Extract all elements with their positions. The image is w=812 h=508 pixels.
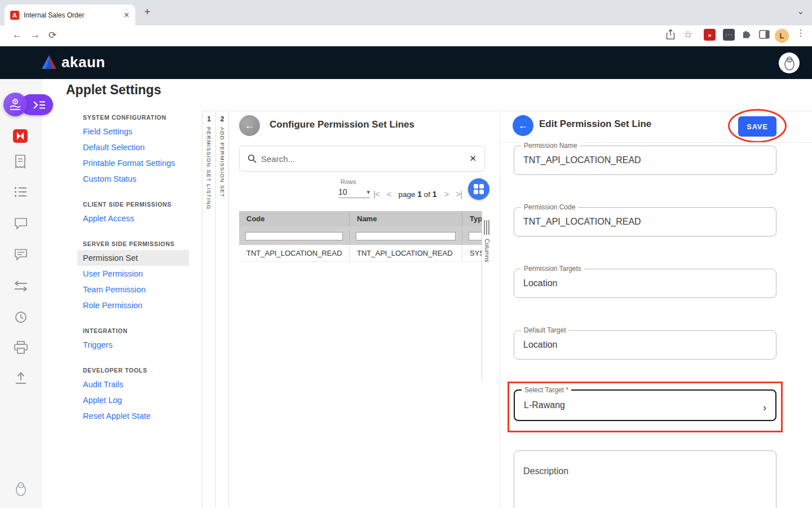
nav-item-applet-log[interactable]: Applet Log <box>77 392 189 408</box>
vertical-step-tabs: 1 PERMISSION SET LISTING 2 ADD PERMISSIO… <box>202 111 229 508</box>
cell-code: TNT_API_LOCATION_READ <box>239 245 350 261</box>
step-number: 2 <box>220 115 224 123</box>
profile-avatar[interactable]: L <box>775 29 789 43</box>
nav-item-triggers[interactable]: Triggers <box>77 337 189 353</box>
pdf-icon[interactable] <box>12 129 28 143</box>
listing-back-button[interactable]: ← <box>239 115 260 136</box>
page-title: Applet Settings <box>66 82 161 98</box>
search-input[interactable] <box>261 154 465 164</box>
tab-title: Internal Sales Order <box>24 11 119 19</box>
columns-drag-handle[interactable] <box>484 220 491 235</box>
step-tab-permission-set-listing[interactable]: 1 PERMISSION SET LISTING <box>202 111 215 508</box>
penguin-rail-icon[interactable] <box>15 481 27 496</box>
search-icon <box>248 154 257 163</box>
left-icon-rail <box>0 79 42 508</box>
extension-red-icon[interactable]: » <box>704 29 716 41</box>
permission-code-field[interactable]: Permission Code TNT_API_LOCATION_READ <box>514 207 776 237</box>
screen: A Internal Sales Order ✕ + ⌄ ← → ⟳ akaun… <box>0 0 812 508</box>
nav-item-printable-format-settings[interactable]: Printable Format Settings <box>77 155 189 171</box>
new-tab-button[interactable]: + <box>144 6 151 18</box>
nav-item-role-permission[interactable]: Role Permission <box>77 297 189 313</box>
extension-dark-icon[interactable]: ··· <box>723 29 735 41</box>
side-panel-icon[interactable] <box>759 30 770 39</box>
tab-search-chevron-icon[interactable]: ⌄ <box>797 6 804 16</box>
history-clock-icon[interactable] <box>14 310 28 324</box>
field-value: L-Rawang <box>515 391 775 420</box>
reload-button[interactable]: ⟳ <box>48 29 56 41</box>
browser-menu-kebab-icon[interactable]: ⋮ <box>796 28 805 38</box>
transfer-arrows-icon[interactable] <box>14 281 28 292</box>
first-page-button[interactable]: |< <box>373 189 379 199</box>
akaun-triangle-icon <box>41 55 58 70</box>
browser-tabstrip: A Internal Sales Order ✕ + ⌄ <box>0 0 812 25</box>
default-target-field[interactable]: Default Target Location <box>514 330 776 360</box>
filter-type-input[interactable] <box>469 232 482 240</box>
nav-item-permission-set[interactable]: Permission Set <box>77 250 189 266</box>
nav-item-default-selection[interactable]: Default Selection <box>77 139 189 155</box>
header-code[interactable]: Code <box>239 211 350 226</box>
settings-nav: SYSTEM CONFIGURATION Field Settings Defa… <box>77 114 189 424</box>
nav-item-applet-access[interactable]: Applet Access <box>77 211 189 226</box>
field-label: Permission Name <box>521 142 580 150</box>
nav-item-audit-trails[interactable]: Audit Trails <box>77 376 189 392</box>
browser-tab[interactable]: A Internal Sales Order ✕ <box>5 5 135 25</box>
permission-name-field[interactable]: Permission Name TNT_API_LOCATION_READ <box>514 146 776 175</box>
filter-name-input[interactable] <box>356 232 456 240</box>
penguin-icon <box>783 56 796 71</box>
receipt-icon[interactable] <box>14 154 27 169</box>
list-icon[interactable] <box>14 186 28 198</box>
nav-item-field-settings[interactable]: Field Settings <box>77 124 189 139</box>
save-button[interactable]: SAVE <box>738 116 776 137</box>
last-page-button[interactable]: >| <box>456 189 462 199</box>
forward-button[interactable]: → <box>30 29 40 41</box>
column-settings-button[interactable] <box>468 178 489 200</box>
step-tab-add-permission-set[interactable]: 2 ADD PERMISSION SET <box>215 111 229 508</box>
nav-item-user-permission[interactable]: User Permission <box>77 266 189 282</box>
back-arrow-icon: ← <box>518 120 528 132</box>
rows-value: 10 <box>338 187 347 196</box>
tab-favicon-icon: A <box>10 11 19 20</box>
share-icon[interactable] <box>665 29 676 40</box>
table-row[interactable]: TNT_API_LOCATION_READ TNT_API_LOCATION_R… <box>239 245 482 262</box>
select-target-field[interactable]: Select Target * L-Rawang › <box>514 389 776 421</box>
search-clear-icon[interactable]: ✕ <box>469 154 476 164</box>
header-name[interactable]: Name <box>350 211 462 226</box>
editor-back-button[interactable]: ← <box>513 115 533 136</box>
akaun-logo[interactable]: akaun <box>41 54 105 71</box>
extensions-puzzle-icon[interactable] <box>741 29 752 40</box>
columns-label: Columns <box>484 239 491 262</box>
field-value: Location <box>514 269 776 297</box>
step-label: PERMISSION SET LISTING <box>206 127 212 210</box>
chat-lines-icon[interactable] <box>14 248 28 261</box>
rows-label: Rows <box>341 178 356 185</box>
app-header: akaun <box>0 46 812 79</box>
nav-item-reset-applet-state[interactable]: Reset Applet State <box>77 408 189 424</box>
chat-icon[interactable] <box>14 217 28 230</box>
next-page-button[interactable]: > <box>444 189 449 199</box>
upload-icon[interactable] <box>14 371 28 385</box>
rows-per-page-select[interactable]: 10 ▾ <box>338 187 370 198</box>
nav-heading-system-configuration: SYSTEM CONFIGURATION <box>83 114 189 121</box>
description-field[interactable]: Description <box>514 450 776 508</box>
nav-item-custom-status[interactable]: Custom Status <box>77 171 189 187</box>
editor-title: Edit Permission Set Line <box>539 119 651 130</box>
browser-toolbar: ← → ⟳ akaun.cloud/#/applet/tnt/wavelet/e… <box>0 25 812 46</box>
prev-page-button[interactable]: < <box>387 189 391 199</box>
page-indicator: page 1 of 1 <box>398 190 436 199</box>
field-label-inline: Description <box>514 451 776 476</box>
user-avatar-penguin[interactable] <box>779 52 800 73</box>
header-type[interactable]: Typ <box>462 211 482 226</box>
bookmark-star-icon[interactable]: ☆ <box>683 28 692 41</box>
grid-icon <box>474 184 484 195</box>
filter-code-input[interactable] <box>245 232 343 240</box>
back-button[interactable]: ← <box>12 29 22 41</box>
tab-close-icon[interactable]: ✕ <box>123 11 130 19</box>
printer-icon[interactable] <box>14 341 28 354</box>
money-hand-fab[interactable] <box>3 93 27 116</box>
table-header-row: Code Name Typ <box>239 211 482 226</box>
caret-down-icon: ▾ <box>367 189 370 196</box>
permission-targets-field[interactable]: Permission Targets Location <box>514 269 776 298</box>
nav-item-team-permission[interactable]: Team Permission <box>77 282 189 297</box>
hand-coin-icon <box>8 98 22 111</box>
nav-heading-server-side-permissions: SERVER SIDE PERMISSIONS <box>83 240 189 247</box>
